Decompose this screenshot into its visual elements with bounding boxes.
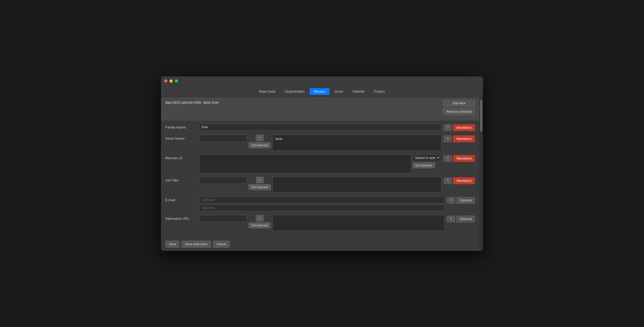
cancel-button[interactable]: Cancel bbox=[213, 241, 230, 248]
form-area: Family Name: ? Mandatory Given Name: bbox=[161, 121, 479, 237]
family-name-input[interactable] bbox=[199, 124, 441, 131]
job-title-del-button[interactable]: Del Selected bbox=[249, 184, 271, 190]
member-of-actions: Select to add Del Selected bbox=[413, 154, 441, 168]
family-name-help-button[interactable]: ? bbox=[443, 124, 452, 131]
member-of-controls: Select to add Del Selected bbox=[199, 154, 441, 173]
given-name-label: Given Name: bbox=[165, 135, 197, 140]
window-inner: dsp-0101-person-000: Jane Doe Add New Re… bbox=[161, 97, 483, 251]
family-name-label: Family Name: bbox=[165, 124, 197, 129]
email-group bbox=[199, 196, 445, 211]
given-name-status-button[interactable]: Mandatory bbox=[453, 135, 475, 142]
job-title-add-button[interactable]: + bbox=[256, 177, 264, 183]
email-status: ? Optional bbox=[447, 196, 475, 204]
family-name-controls bbox=[199, 124, 441, 131]
email-help-button[interactable]: ? bbox=[447, 197, 455, 204]
alt-url-label: Alternative URL: bbox=[165, 215, 197, 221]
alt-url-status-button[interactable]: Optional bbox=[456, 216, 475, 222]
alt-url-del-button[interactable]: Del Selected bbox=[249, 222, 271, 228]
email-input-2[interactable] bbox=[199, 204, 445, 211]
given-name-value: Jane bbox=[272, 135, 441, 151]
close-button[interactable] bbox=[164, 79, 167, 83]
member-of-label: Member of: bbox=[165, 154, 197, 160]
title-bar bbox=[161, 76, 483, 86]
family-name-status: ? Mandatory bbox=[443, 124, 475, 131]
alt-url-status: ? Optional bbox=[447, 215, 475, 222]
job-title-label: Job Title: bbox=[165, 177, 197, 182]
given-name-del-button[interactable]: Del Selected bbox=[249, 142, 271, 148]
record-title: dsp-0101-person-000: Jane Doe bbox=[165, 100, 219, 105]
footer: Save Save and Close Cancel bbox=[161, 237, 479, 251]
given-name-input[interactable] bbox=[199, 135, 247, 142]
member-of-status-button[interactable]: Mandatory bbox=[453, 155, 475, 162]
given-name-area: + Del Selected Jane bbox=[199, 135, 441, 151]
given-name-help-button[interactable]: ? bbox=[443, 135, 452, 142]
job-title-value bbox=[272, 177, 441, 193]
tab-project[interactable]: Project bbox=[369, 88, 389, 95]
member-list bbox=[199, 154, 411, 173]
job-title-status-button[interactable]: Mandatory bbox=[453, 177, 475, 184]
job-title-input[interactable] bbox=[199, 177, 247, 184]
member-of-status: ? Mandatory bbox=[443, 154, 475, 162]
main-content: dsp-0101-person-000: Jane Doe Add New Re… bbox=[161, 97, 479, 251]
scrollbar[interactable] bbox=[479, 97, 483, 251]
tab-organization[interactable]: Organization bbox=[280, 88, 309, 95]
job-title-row: Job Title: + Del Selected ? bbox=[165, 177, 475, 193]
record-header: dsp-0101-person-000: Jane Doe Add New Re… bbox=[161, 97, 479, 121]
given-name-row: Given Name: + Del Selected Jane ? bbox=[165, 135, 475, 151]
family-name-status-button[interactable]: Mandatory bbox=[453, 124, 475, 131]
minimize-button[interactable] bbox=[169, 79, 173, 83]
member-of-help-button[interactable]: ? bbox=[443, 155, 452, 162]
given-name-controls: + Del Selected Jane bbox=[199, 135, 441, 151]
scrollbar-thumb[interactable] bbox=[480, 100, 482, 132]
alt-url-input[interactable] bbox=[199, 215, 247, 222]
tab-base-data[interactable]: Base Data bbox=[255, 88, 280, 95]
email-label: E-mail: bbox=[165, 196, 197, 202]
save-button[interactable]: Save bbox=[165, 241, 179, 248]
save-close-button[interactable]: Save and Close bbox=[181, 241, 211, 248]
given-name-add-button[interactable]: + bbox=[256, 135, 264, 141]
tabs-bar: Base Data Organization Person Grant Data… bbox=[161, 86, 483, 97]
traffic-lights bbox=[164, 79, 178, 83]
alt-url-add-del: + Del Selected bbox=[249, 215, 271, 228]
main-window: Base Data Organization Person Grant Data… bbox=[161, 76, 483, 251]
tab-person[interactable]: Person bbox=[310, 88, 329, 95]
maximize-button[interactable] bbox=[175, 79, 178, 83]
job-title-help-button[interactable]: ? bbox=[443, 177, 452, 184]
member-of-select[interactable]: Select to add bbox=[413, 154, 441, 161]
given-name-add-del: + Del Selected bbox=[249, 135, 271, 148]
job-title-add-del: + Del Selected bbox=[249, 177, 271, 190]
alt-url-help-button[interactable]: ? bbox=[447, 216, 455, 222]
member-of-del-button[interactable]: Del Selected bbox=[413, 162, 435, 168]
given-name-status: ? Mandatory bbox=[443, 135, 475, 142]
alt-url-area: + Del Selected bbox=[199, 215, 445, 231]
tab-dataset[interactable]: Dataset bbox=[348, 88, 369, 95]
job-title-controls: + Del Selected bbox=[199, 177, 441, 193]
add-new-button[interactable]: Add New bbox=[443, 100, 475, 107]
record-actions: Add New Remove Selected bbox=[443, 100, 475, 115]
family-name-row: Family Name: ? Mandatory bbox=[165, 124, 475, 131]
alt-url-value bbox=[272, 215, 444, 231]
email-row: E-mail: ? Optional bbox=[165, 196, 475, 211]
tab-grant[interactable]: Grant bbox=[330, 88, 348, 95]
alt-url-row: Alternative URL: + Del Selected ? bbox=[165, 215, 475, 231]
email-input-1[interactable] bbox=[199, 196, 445, 203]
job-title-area: + Del Selected bbox=[199, 177, 441, 193]
member-of-row: Member of: Select to add Del Selected bbox=[165, 154, 475, 173]
alt-url-controls: + Del Selected bbox=[199, 215, 445, 231]
email-status-button[interactable]: Optional bbox=[456, 197, 475, 204]
remove-selected-button[interactable]: Remove Selected bbox=[443, 108, 475, 115]
email-controls bbox=[199, 196, 445, 211]
member-of-area: Select to add Del Selected bbox=[199, 154, 441, 173]
job-title-status: ? Mandatory bbox=[443, 177, 475, 184]
alt-url-add-button[interactable]: + bbox=[256, 215, 264, 221]
